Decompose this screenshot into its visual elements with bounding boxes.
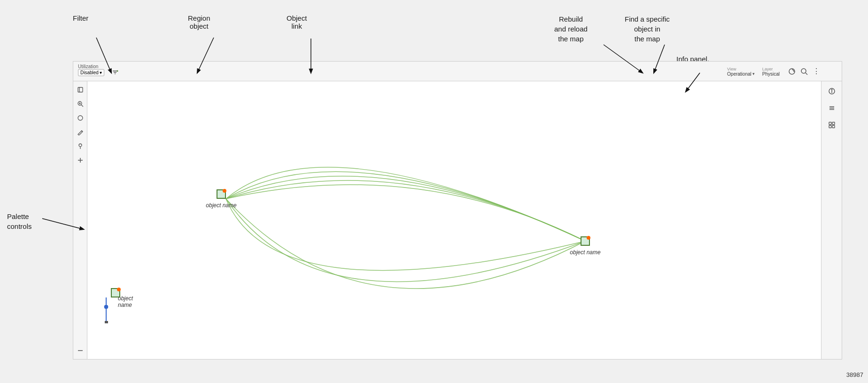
network-map-svg: object name object name object name: [87, 81, 821, 359]
add-icon[interactable]: [76, 156, 85, 165]
palette-controls-annotation: Palettecontrols: [7, 211, 32, 231]
rebuild-annotation: Rebuildand reloadthe map: [554, 14, 588, 44]
more-options-button[interactable]: ⋮: [812, 67, 821, 76]
filter-button[interactable]: [111, 68, 119, 77]
layer-value: Physical: [762, 71, 780, 77]
svg-point-15: [79, 144, 82, 147]
pin-tool-icon[interactable]: [76, 141, 85, 151]
svg-line-10: [81, 105, 83, 107]
utilization-label: Utilization: [78, 64, 98, 69]
toolbar-right: View Operational ▾ Layer Physical: [727, 62, 821, 81]
svg-rect-7: [78, 87, 83, 92]
filter-annotation: Filter: [73, 14, 88, 22]
map-container: Utilization Disabled ▾ View Operational …: [73, 61, 842, 360]
svg-point-31: [223, 189, 226, 193]
dropdown-chevron-icon: ▾: [100, 70, 102, 75]
network-node-1[interactable]: object name: [206, 189, 237, 209]
zoom-tool-icon[interactable]: [76, 99, 85, 109]
svg-text:object name: object name: [206, 202, 237, 209]
svg-rect-40: [105, 321, 108, 323]
utilization-dropdown-btn[interactable]: Disabled ▾: [78, 69, 104, 76]
info-panel-icon[interactable]: [827, 86, 837, 96]
utilization-dropdown: Disabled ▾: [78, 69, 104, 76]
select-tool-icon[interactable]: [76, 85, 85, 94]
svg-rect-29: [832, 125, 835, 128]
svg-point-13: [78, 116, 83, 120]
pencil-tool-icon[interactable]: [76, 127, 85, 137]
region-object-annotation: Regionobject: [188, 14, 210, 30]
find-object-annotation: Find a specificobject inthe map: [625, 14, 670, 44]
object-link-annotation: Objectlink: [287, 14, 307, 30]
svg-point-22: [831, 89, 832, 90]
svg-point-34: [587, 236, 590, 240]
palette-controls: [73, 81, 87, 359]
settings-panel-icon[interactable]: [827, 120, 837, 130]
toolbar-icons: ⋮: [787, 67, 821, 76]
network-node-2[interactable]: object name: [570, 236, 601, 256]
network-node-3[interactable]: object name: [104, 288, 133, 323]
view-section: View Operational ▾: [727, 67, 755, 77]
svg-point-3: [117, 70, 118, 72]
svg-rect-28: [829, 125, 831, 128]
find-object-button[interactable]: [799, 67, 809, 76]
list-panel-icon[interactable]: [827, 103, 837, 113]
svg-rect-26: [829, 122, 831, 125]
svg-point-37: [117, 288, 121, 291]
filter-label: Filter: [73, 14, 88, 22]
svg-text:name: name: [118, 302, 132, 308]
svg-line-6: [806, 73, 807, 75]
side-panel: [821, 81, 842, 359]
svg-text:object name: object name: [570, 249, 601, 256]
svg-text:object: object: [118, 295, 133, 302]
svg-rect-27: [832, 122, 835, 125]
layer-section: Layer Physical: [762, 67, 780, 77]
minus-icon[interactable]: [76, 346, 85, 355]
view-chevron-icon: ▾: [752, 71, 755, 76]
map-toolbar: Utilization Disabled ▾ View Operational …: [73, 62, 842, 81]
view-label: View: [727, 67, 755, 71]
svg-point-5: [801, 69, 806, 73]
image-number: 38987: [846, 371, 863, 378]
circle-tool-icon[interactable]: [76, 113, 85, 123]
rebuild-button[interactable]: [787, 67, 797, 76]
utilization-value: Disabled: [80, 70, 99, 75]
view-value: Operational: [727, 71, 752, 77]
layer-label: Layer: [762, 67, 780, 71]
map-canvas: object name object name object name: [87, 81, 821, 359]
